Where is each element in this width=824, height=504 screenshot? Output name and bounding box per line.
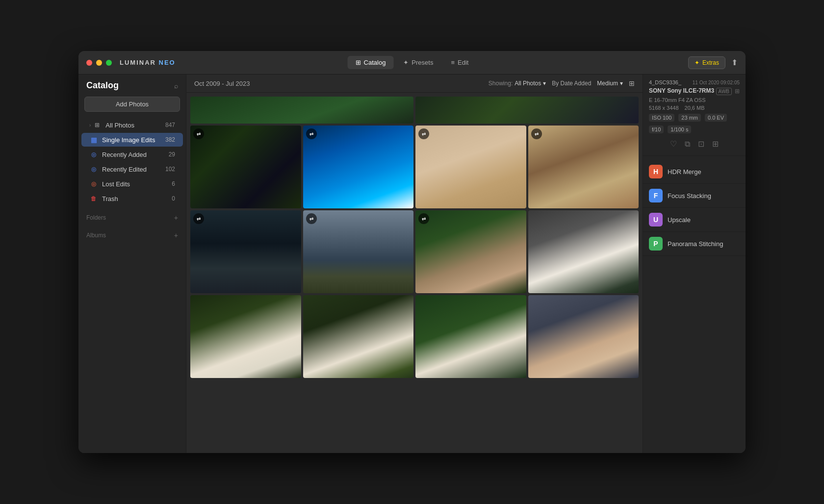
recently-edited-icon: ◎: [89, 165, 98, 174]
photo-item-man-forest1[interactable]: [190, 295, 301, 378]
header-controls: Showing: All Photos ▾ By Date Added Medi…: [489, 79, 635, 87]
size-chevron: ▾: [620, 80, 623, 87]
lost-edits-label: Lost Edits: [102, 180, 172, 188]
share-icon: ⬆: [731, 58, 738, 67]
photo-item-man-plants[interactable]: [415, 295, 526, 378]
sort-label: By Date Added: [552, 80, 591, 87]
albums-section: Albums +: [78, 231, 186, 241]
photo-item-man-suit[interactable]: [528, 210, 639, 293]
panel-meta: 4_DSC9336_ 11 Oct 2020 09:02:05 SONY Son…: [643, 75, 746, 156]
adjust-icon: ⇄: [306, 128, 317, 139]
top-partial-row: [190, 97, 639, 124]
favorite-button[interactable]: ♡: [668, 137, 679, 151]
photo-grid: ⇄ ⇄ ⇄ ⇄: [186, 93, 643, 453]
raw-icon: ⊞: [735, 88, 740, 95]
title-bar-right: ✦ Extras ⬆: [688, 56, 738, 69]
maximize-button[interactable]: [106, 60, 112, 66]
tools-panel: H HDR Merge F Focus Stacking U Upscale P…: [643, 156, 746, 453]
logo-text: LUMINAR NEO: [120, 59, 176, 66]
edit-indicator: ⇄: [418, 128, 429, 139]
trash-label: Trash: [102, 195, 172, 202]
sidebar-item-lost-edits[interactable]: ◎ Lost Edits 6: [81, 177, 183, 191]
tool-focus-stacking[interactable]: F Focus Stacking: [643, 184, 746, 208]
sidebar-item-trash[interactable]: 🗑 Trash 0: [81, 192, 183, 205]
extras-button[interactable]: ✦ Extras: [688, 56, 725, 69]
add-folder-button[interactable]: +: [174, 214, 178, 222]
presets-tab-label: Presets: [412, 59, 433, 66]
share-button[interactable]: ⬆: [731, 58, 738, 67]
add-photos-button[interactable]: Add Photos: [84, 97, 180, 112]
focus-icon: F: [649, 189, 663, 202]
crop-button[interactable]: ⊞: [710, 137, 721, 151]
sidebar-item-recently-added[interactable]: ◎ Recently Added 29: [81, 148, 183, 161]
meta-camera-row: SONY Sony ILCE-7RM3 AWB ⊞: [649, 87, 740, 95]
single-edits-count: 382: [165, 136, 175, 143]
photo-item-partial1[interactable]: [190, 97, 413, 124]
edit-indicator: ⇄: [193, 213, 204, 224]
folders-label: Folders +: [86, 214, 178, 222]
photo-row-3: [190, 295, 639, 378]
all-photos-icon: ⊞: [93, 121, 102, 129]
presets-icon: ✦: [403, 59, 409, 66]
edit-indicator: ⇄: [306, 128, 317, 139]
compare-button[interactable]: ⊡: [696, 137, 706, 151]
showing-chevron: ▾: [543, 80, 546, 87]
extras-label: Extras: [702, 59, 719, 66]
showing-select[interactable]: Showing: All Photos ▾: [489, 80, 546, 87]
content-header: Oct 2009 - Jul 2023 Showing: All Photos …: [186, 75, 643, 93]
meta-shutter: 1/100 s: [668, 126, 691, 133]
photo-item-woman-afro[interactable]: ⇄: [528, 126, 639, 208]
photo-item-dark-mountain[interactable]: ⇄: [190, 210, 301, 293]
size-select[interactable]: Medium ▾: [597, 80, 623, 87]
photo-item-woman-street[interactable]: [528, 295, 639, 378]
photo-item-partial2[interactable]: [415, 97, 639, 124]
add-album-button[interactable]: +: [174, 231, 178, 239]
folders-section: Folders +: [78, 214, 186, 224]
photo-item-man-forest2[interactable]: [303, 295, 414, 378]
adjust-icon: ⇄: [193, 128, 204, 139]
catalog-tab-label: Catalog: [364, 59, 386, 66]
edit-indicator: ⇄: [531, 128, 542, 139]
focus-label: Focus Stacking: [668, 192, 711, 200]
sidebar-item-all-photos[interactable]: › ⊞ All Photos 847: [81, 118, 183, 132]
photo-item-woman-portrait[interactable]: ⇄: [415, 126, 526, 208]
edit-indicator: ⇄: [306, 213, 317, 224]
tool-panorama-stitching[interactable]: P Panorama Stitching: [643, 232, 746, 256]
main-content: Catalog ⌕ Add Photos › ⊞ All Photos 847 …: [78, 75, 746, 453]
photo-item-tropical-woman[interactable]: ⇄: [415, 210, 526, 293]
sidebar-item-single-image-edits[interactable]: ▦ Single Image Edits 382: [81, 133, 183, 147]
hdr-label: HDR Merge: [668, 168, 701, 176]
photo-item-mountain-road[interactable]: ⇄: [303, 210, 414, 293]
meta-dimensions: 5168 x 3448: [649, 105, 679, 111]
tool-hdr-merge[interactable]: H HDR Merge: [643, 160, 746, 184]
meta-iso: ISO 100: [649, 114, 674, 122]
sidebar-title: Catalog: [86, 80, 119, 91]
meta-lens: E 16-70mm F4 ZA OSS: [649, 97, 740, 103]
showing-label: Showing:: [489, 80, 513, 87]
meta-date: 11 Oct 2020 09:02:05: [693, 80, 740, 85]
tab-edit[interactable]: ≡ Edit: [443, 56, 476, 69]
app-logo: LUMINAR NEO: [120, 59, 176, 66]
panorama-label: Panorama Stitching: [668, 240, 723, 248]
catalog-icon: ⊞: [356, 59, 361, 66]
traffic-lights: [86, 60, 112, 66]
close-button[interactable]: [86, 60, 92, 66]
adjust-icon: ⇄: [418, 213, 429, 224]
photo-item-dark-trees[interactable]: ⇄: [190, 126, 301, 208]
meta-ev: 0.0 EV: [705, 114, 727, 122]
grid-view-toggle[interactable]: ⊞: [629, 79, 635, 87]
photo-item-ocean-wave[interactable]: ⇄: [303, 126, 414, 208]
trash-icon: 🗑: [89, 194, 98, 203]
sidebar-item-recently-edited[interactable]: ◎ Recently Edited 102: [81, 162, 183, 176]
tab-catalog[interactable]: ⊞ Catalog: [348, 56, 394, 69]
awb-badge: AWB: [716, 88, 732, 95]
title-bar-nav: ⊞ Catalog ✦ Presets ≡ Edit: [348, 56, 477, 69]
minimize-button[interactable]: [96, 60, 102, 66]
upscale-label: Upscale: [668, 216, 691, 224]
title-bar: LUMINAR NEO ⊞ Catalog ✦ Presets ≡ Edit ✦…: [78, 51, 746, 75]
photo-row-1: ⇄ ⇄ ⇄ ⇄: [190, 126, 639, 208]
tab-presets[interactable]: ✦ Presets: [395, 56, 441, 69]
copy-button[interactable]: ⧉: [683, 137, 692, 151]
search-button[interactable]: ⌕: [174, 82, 178, 90]
tool-upscale[interactable]: U Upscale: [643, 208, 746, 232]
